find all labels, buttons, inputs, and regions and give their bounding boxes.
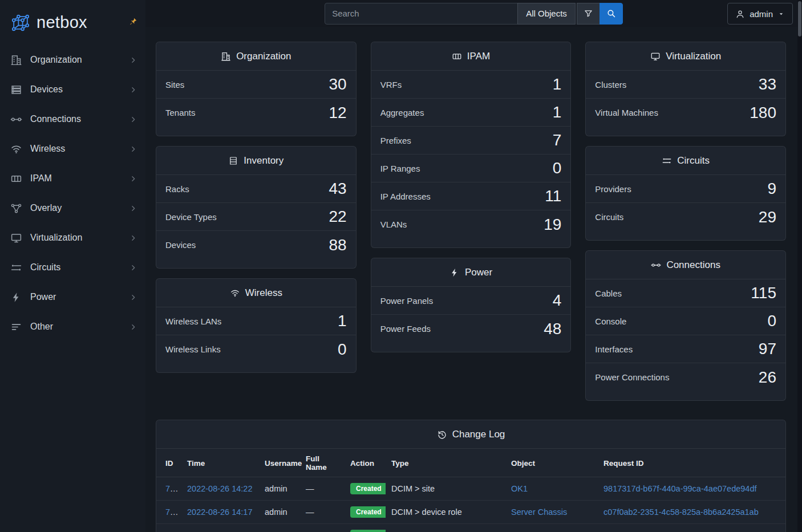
change-time-link[interactable]: 2022-08-26 14:22 [187,484,253,493]
stat-row-cables: Cables115 [586,279,785,307]
filter-button[interactable] [577,3,600,25]
change-full-name: — [306,484,314,493]
devices-icon [10,84,22,96]
stat-value-devices[interactable]: 88 [329,237,347,253]
topbar: All Objects admin [145,0,802,27]
sidebar-item-virtualization[interactable]: Virtualization [0,223,145,253]
change-id-link[interactable]: 755 [165,484,179,493]
cell-action: Created [345,501,386,524]
stat-row-prefixes: Prefixes7 [371,127,571,155]
stat-label: Power Connections [595,372,669,382]
stat-value-device-types[interactable]: 22 [329,209,347,225]
cell-username: admin [259,501,300,524]
action-badge: Created [350,530,386,532]
stat-label: Providers [595,184,631,194]
change-request-id-link[interactable]: 9817317d-b67f-440a-99ca-4ae07ede94df [603,484,756,493]
search-submit-button[interactable] [600,3,623,25]
stat-label: Wireless LANs [165,316,221,326]
change-id-link[interactable]: 754 [165,507,179,517]
stat-value-interfaces[interactable]: 97 [759,341,776,357]
search-input[interactable] [325,3,518,25]
stat-value-aggregates[interactable]: 1 [553,104,562,120]
stat-value-console[interactable]: 0 [767,313,776,329]
card-virtualization: VirtualizationClusters33Virtual Machines… [585,42,786,136]
stat-value-clusters[interactable]: 33 [759,76,776,92]
change-object-link[interactable]: Server Chassis [511,507,567,517]
card-organization: OrganizationSites30Tenants12 [156,42,357,136]
stat-value-wireless-links[interactable]: 0 [338,342,347,358]
change-time-link[interactable]: 2022-08-26 14:17 [187,507,253,517]
sidebar-item-connections[interactable]: Connections [0,104,145,134]
caret-down-icon [777,10,785,18]
stat-value-cables[interactable]: 115 [751,285,776,301]
stat-value-racks[interactable]: 43 [329,181,347,197]
sidebar-item-overlay[interactable]: Overlay [0,193,145,223]
stat-value-prefixes[interactable]: 7 [553,132,562,148]
sidebar-item-wireless[interactable]: Wireless [0,134,145,164]
card-title: IPAM [467,51,490,62]
cell-action: Created [345,477,386,501]
stat-row-virtual-machines: Virtual Machines180 [586,99,785,127]
changelog-row: 7552022-08-26 14:22admin—CreatedDCIM > s… [156,477,785,501]
sidebar-item-label: Virtualization [30,233,121,243]
changelog-row: 7542022-08-26 14:17admin—CreatedDCIM > d… [156,501,785,524]
cell-id: 755 [156,477,181,501]
card-header-connections: Connections [586,251,785,279]
stat-value-circuits[interactable]: 29 [759,209,776,225]
stat-value-power-feeds[interactable]: 48 [544,321,561,337]
chevron-right-icon [129,323,137,331]
sidebar-item-label: Other [30,322,121,332]
card-title: Connections [666,259,720,271]
stat-value-power-panels[interactable]: 4 [553,293,562,308]
sidebar-item-label: Power [30,292,121,302]
change-object-link[interactable]: OK1 [511,484,528,493]
change-request-id-link[interactable]: c07f0ab2-2351-4c58-825a-8b6a2425a1ab [603,507,759,517]
stat-value-wireless-lans[interactable]: 1 [338,313,347,329]
stat-label: VLANs [380,220,407,229]
stat-row-vrfs: VRFs1 [371,71,571,99]
change-type: DCIM > site [391,484,435,493]
search-icon [606,9,616,18]
user-menu-button[interactable]: admin [727,3,793,25]
change-type: DCIM > device role [391,507,462,517]
stat-label: Wireless Links [165,344,221,354]
search-scope-button[interactable]: All Objects [517,3,576,25]
scrollbar-thumb[interactable] [798,1,801,36]
netbox-logo[interactable]: netbox [9,11,87,34]
stat-row-aggregates: Aggregates1 [371,99,571,127]
sidebar-header: netbox [0,0,145,45]
stat-value-ip-addresses[interactable]: 11 [545,188,561,204]
chevron-right-icon [129,234,137,242]
sidebar-item-other[interactable]: Other [0,312,145,342]
cell-request-id: 9817317d-b67f-440a-99ca-4ae07ede94df [598,477,785,501]
stat-value-virtual-machines[interactable]: 180 [750,105,776,121]
chevron-right-icon [129,174,137,183]
cell-object: OK1 [505,477,598,501]
stat-value-ip-ranges[interactable]: 0 [553,160,562,176]
sidebar-item-organization[interactable]: Organization [0,45,145,75]
stat-value-vlans[interactable]: 19 [544,217,561,233]
stat-value-sites[interactable]: 30 [329,76,347,92]
sidebar-pin-button[interactable] [127,16,139,28]
stat-label: Cables [595,289,622,298]
action-badge: Created [350,483,386,494]
stat-value-tenants[interactable]: 12 [329,105,347,121]
stat-label: Aggregates [380,108,424,117]
sidebar-item-ipam[interactable]: IPAM [0,164,145,193]
sidebar-item-circuits[interactable]: Circuits [0,253,145,282]
cell-request-id: 24807c61-9952-49c6-b8a5-69760bfcc4b3 [598,524,785,532]
card-header-inventory: Inventory [156,147,356,175]
stat-row-power-panels: Power Panels4 [371,287,571,315]
stat-value-vrfs[interactable]: 1 [553,76,562,92]
card-title: Virtualization [666,51,721,62]
cell-time: 2022-08-26 14:22 [181,477,259,501]
scrollbar[interactable] [797,0,802,532]
sidebar-item-devices[interactable]: Devices [0,75,145,104]
card-circuits: CircuitsProviders9Circuits29 [585,146,786,241]
change-username: admin [265,507,287,517]
stat-value-providers[interactable]: 9 [767,181,776,197]
sidebar-item-power[interactable]: Power [0,282,145,312]
ipam-icon [10,173,22,185]
stat-value-power-connections[interactable]: 26 [759,369,776,385]
column-header-id: ID [156,449,181,477]
